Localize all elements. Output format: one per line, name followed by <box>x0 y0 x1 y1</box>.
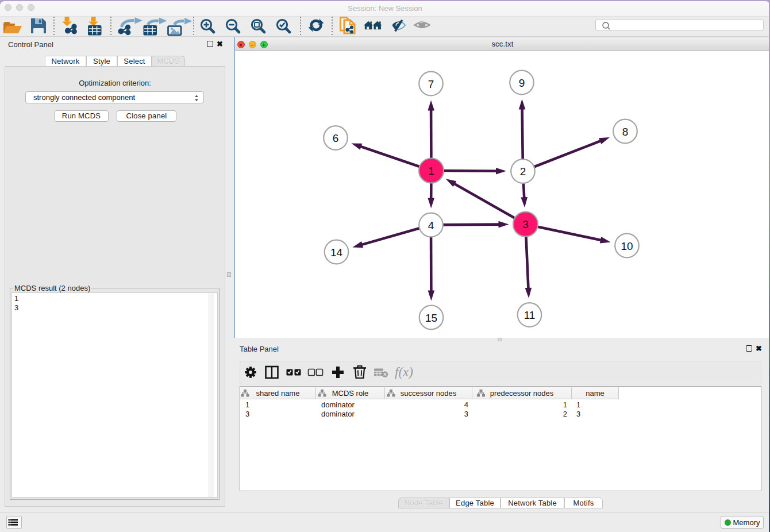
svg-text:8: 8 <box>622 126 629 138</box>
svg-text:1: 1 <box>428 165 434 177</box>
svg-text:15: 15 <box>425 312 437 324</box>
svg-text:2: 2 <box>520 165 526 178</box>
svg-text:14: 14 <box>330 246 343 259</box>
svg-text:3: 3 <box>522 218 529 230</box>
svg-text:11: 11 <box>524 309 536 321</box>
svg-text:6: 6 <box>333 132 339 144</box>
svg-text:7: 7 <box>428 78 434 90</box>
svg-text:f(x): f(x) <box>395 365 413 379</box>
svg-text:4: 4 <box>428 219 434 232</box>
svg-text:9: 9 <box>519 77 525 89</box>
svg-text:10: 10 <box>621 240 633 252</box>
